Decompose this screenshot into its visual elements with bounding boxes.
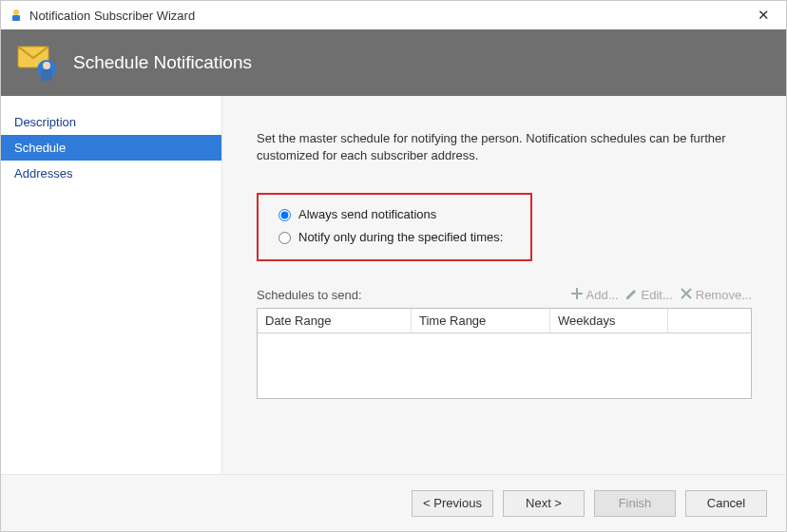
sidebar-item-label: Description bbox=[14, 115, 76, 129]
sidebar-item-label: Schedule bbox=[14, 141, 66, 155]
banner-title: Schedule Notifications bbox=[73, 52, 252, 73]
table-header-row: Date Range Time Range Weekdays bbox=[258, 309, 751, 333]
title-bar: Notification Subscriber Wizard ✕ bbox=[1, 1, 786, 29]
sidebar: Description Schedule Addresses bbox=[1, 96, 222, 474]
window-title: Notification Subscriber Wizard bbox=[29, 9, 748, 23]
schedules-label: Schedules to send: bbox=[257, 288, 569, 302]
sidebar-item-addresses[interactable]: Addresses bbox=[1, 161, 221, 186]
finish-button[interactable]: Finish bbox=[594, 490, 676, 517]
add-button[interactable]: Add... bbox=[569, 286, 619, 304]
svg-rect-5 bbox=[41, 69, 52, 81]
sidebar-item-description[interactable]: Description bbox=[1, 109, 221, 135]
radio-specified-input[interactable] bbox=[278, 232, 291, 244]
sidebar-item-schedule[interactable]: Schedule bbox=[1, 135, 221, 161]
col-spacer bbox=[668, 309, 751, 332]
plus-icon bbox=[569, 286, 585, 304]
previous-button[interactable]: < Previous bbox=[412, 490, 493, 517]
content-panel: Set the master schedule for notifying th… bbox=[222, 96, 786, 474]
cancel-button[interactable]: Cancel bbox=[685, 490, 767, 517]
intro-text: Set the master schedule for notifying th… bbox=[257, 130, 752, 164]
col-date-range[interactable]: Date Range bbox=[258, 309, 412, 332]
banner: Schedule Notifications bbox=[1, 29, 786, 96]
schedules-table: Date Range Time Range Weekdays bbox=[257, 308, 752, 399]
pencil-icon bbox=[624, 286, 640, 304]
schedule-mode-group: Always send notifications Notify only du… bbox=[257, 193, 532, 261]
next-button[interactable]: Next > bbox=[503, 490, 585, 517]
svg-point-0 bbox=[13, 10, 19, 15]
radio-specified[interactable]: Notify only during the specified times: bbox=[274, 225, 515, 248]
col-weekdays[interactable]: Weekdays bbox=[550, 309, 668, 332]
radio-always-input[interactable] bbox=[278, 209, 291, 221]
radio-always-label: Always send notifications bbox=[298, 207, 436, 221]
svg-rect-1 bbox=[12, 15, 20, 21]
svg-point-4 bbox=[43, 62, 50, 69]
footer: < Previous Next > Finish Cancel bbox=[1, 474, 786, 531]
schedules-header: Schedules to send: Add... Edit... bbox=[257, 286, 752, 304]
radio-specified-label: Notify only during the specified times: bbox=[298, 230, 503, 244]
app-icon bbox=[9, 8, 24, 23]
schedules-toolbar: Add... Edit... Remove... bbox=[569, 286, 752, 304]
edit-button[interactable]: Edit... bbox=[624, 286, 673, 304]
sidebar-item-label: Addresses bbox=[14, 166, 72, 180]
banner-icon bbox=[16, 41, 60, 85]
close-button[interactable]: ✕ bbox=[748, 7, 778, 24]
radio-always[interactable]: Always send notifications bbox=[274, 202, 515, 225]
add-label: Add... bbox=[586, 288, 619, 302]
col-time-range[interactable]: Time Range bbox=[412, 309, 550, 332]
x-icon bbox=[679, 286, 694, 304]
remove-label: Remove... bbox=[696, 288, 752, 302]
main-area: Description Schedule Addresses Set the m… bbox=[1, 96, 786, 474]
remove-button[interactable]: Remove... bbox=[679, 286, 752, 304]
edit-label: Edit... bbox=[642, 288, 673, 302]
